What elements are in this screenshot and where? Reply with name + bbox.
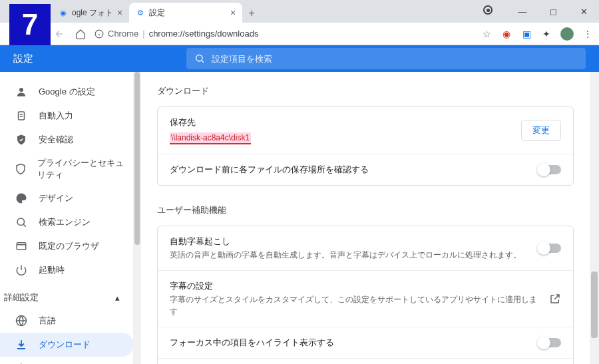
scrollbar-thumb[interactable]: [591, 272, 598, 338]
ask-before-toggle[interactable]: [538, 165, 561, 174]
sidebar-advanced-label: 詳細設定: [4, 291, 39, 303]
tab-close-icon[interactable]: ×: [230, 7, 236, 18]
settings-body: Google の設定 自動入力 安全確認 プライバシーとセキュリティ デザイン …: [0, 72, 599, 364]
live-caption-toggle[interactable]: [538, 244, 561, 253]
sidebar-scrollbar[interactable]: [133, 72, 141, 364]
sidebar-item-label: デザイン: [39, 192, 73, 204]
external-link-icon: [549, 293, 561, 305]
downloads-card: 保存先 \\landisk-ac8a4c\disk1 変更 ダウンロード前に各フ…: [157, 106, 574, 186]
sidebar-advanced-toggle[interactable]: 詳細設定 ▴: [0, 286, 133, 309]
sidebar-item-downloads[interactable]: ダウンロード: [0, 333, 133, 357]
svg-line-10: [23, 224, 25, 226]
clipboard-icon: [15, 109, 28, 122]
search-icon: [194, 53, 205, 64]
omnibox-path: chrome://settings/downloads: [149, 29, 259, 39]
focus-highlight-row: フォーカス中の項目をハイライト表示する: [158, 327, 573, 358]
focus-highlight-toggle[interactable]: [538, 338, 561, 347]
download-location-row: 保存先 \\landisk-ac8a4c\disk1 変更: [158, 107, 573, 154]
svg-point-5: [19, 88, 23, 92]
omnibox-separator: |: [142, 29, 144, 39]
accessibility-card: 自動字幕起こし 英語の音声と動画の字幕を自動生成します。音声と字幕はデバイス上で…: [157, 226, 574, 364]
section-title-downloads: ダウンロード: [157, 85, 574, 97]
svg-line-4: [202, 61, 204, 63]
sidebar-item-privacy[interactable]: プライバシーとセキュリティ: [0, 152, 133, 186]
caption-settings-row[interactable]: 字幕の設定 字幕のサイズとスタイルをカスタマイズして、この設定をサポートしている…: [158, 270, 573, 327]
change-location-button[interactable]: 変更: [521, 120, 561, 141]
sidebar-item-safetycheck[interactable]: 安全確認: [0, 128, 133, 152]
photos-favicon-icon: ◉: [59, 8, 68, 17]
omnibox[interactable]: Chrome | chrome://settings/downloads: [95, 29, 474, 39]
extension-red-icon[interactable]: ◉: [500, 28, 512, 40]
section-title-accessibility: ユーザー補助機能: [157, 204, 574, 216]
maximize-button[interactable]: ◻: [538, 0, 568, 23]
menu-icon[interactable]: ⋮: [582, 28, 594, 40]
row-desc: 英語の音声と動画の字幕を自動生成します。音声と字幕はデバイス上でローカルに処理さ…: [170, 249, 528, 261]
scrollbar-thumb[interactable]: [134, 72, 140, 245]
sidebar-item-onstartup[interactable]: 起動時: [0, 258, 133, 282]
globe-icon: [15, 314, 28, 327]
row-title: 字幕の設定: [170, 280, 538, 292]
new-tab-button[interactable]: +: [242, 4, 261, 23]
close-window-button[interactable]: ✕: [568, 0, 599, 23]
sidebar-item-languages[interactable]: 言語: [0, 309, 133, 333]
annotation-badge: 7: [9, 4, 51, 45]
ask-before-download-row: ダウンロード前に各ファイルの保存場所を確認する: [158, 154, 573, 185]
extension-blue-icon[interactable]: ▣: [520, 28, 532, 40]
sidebar-item-accessibility[interactable]: ユーザー補助機能: [0, 357, 133, 364]
settings-search[interactable]: [186, 48, 586, 69]
chevron-up-icon: ▴: [115, 293, 120, 303]
row-desc: 字幕のサイズとスタイルをカスタマイズして、この設定をサポートしているアプリやサイ…: [170, 293, 538, 317]
location-label: 保存先: [170, 116, 510, 128]
window-controls: — ◻ ✕: [507, 0, 599, 23]
sidebar-item-autofill[interactable]: 自動入力: [0, 104, 133, 128]
back-button[interactable]: [52, 27, 67, 41]
sidebar-item-label: 言語: [39, 315, 56, 327]
settings-header: 設定: [0, 45, 599, 72]
shield-icon: [15, 162, 27, 176]
record-indicator-icon: [483, 5, 493, 15]
location-path-value: \\landisk-ac8a4c\disk1: [170, 132, 251, 144]
tab-close-icon[interactable]: ×: [117, 7, 122, 18]
sidebar-item-label: ダウンロード: [39, 339, 91, 351]
omnibox-origin: Chrome: [108, 29, 138, 39]
browser-icon: [15, 240, 28, 253]
home-button[interactable]: [73, 27, 88, 41]
shield-check-icon: [15, 133, 28, 146]
caret-browsing-row: テキスト カーソルを使ってページ間を移動する カーソル ブラウジングをオンまたは…: [158, 358, 573, 364]
svg-point-3: [196, 55, 202, 61]
settings-sidebar: Google の設定 自動入力 安全確認 プライバシーとセキュリティ デザイン …: [0, 72, 133, 364]
person-icon: [15, 85, 28, 98]
row-title: 自動字幕起こし: [170, 236, 528, 248]
tab-photos[interactable]: ◉ ogle フォト ×: [52, 3, 129, 23]
settings-main: ダウンロード 保存先 \\landisk-ac8a4c\disk1 変更 ダウン…: [141, 72, 590, 364]
tab-label: ogle フォト: [72, 7, 113, 19]
svg-point-9: [17, 218, 25, 226]
toolbar: Chrome | chrome://settings/downloads ☆ ◉…: [0, 23, 599, 45]
info-icon: [95, 29, 104, 39]
main-scrollbar[interactable]: [590, 72, 599, 364]
sidebar-item-google[interactable]: Google の設定: [0, 80, 133, 104]
settings-search-input[interactable]: [212, 54, 578, 64]
search-icon: [15, 216, 28, 229]
power-icon: [15, 264, 28, 277]
toolbar-right: ☆ ◉ ▣ ✦ ⋮: [481, 27, 594, 41]
sidebar-item-label: Google の設定: [39, 86, 95, 98]
minimize-button[interactable]: —: [507, 0, 538, 23]
sidebar-item-appearance[interactable]: デザイン: [0, 186, 133, 210]
row-title: フォーカス中の項目をハイライト表示する: [170, 337, 528, 349]
live-caption-row: 自動字幕起こし 英語の音声と動画の字幕を自動生成します。音声と字幕はデバイス上で…: [158, 226, 573, 270]
sidebar-item-label: 自動入力: [39, 110, 73, 122]
palette-icon: [15, 192, 28, 205]
profile-avatar[interactable]: [560, 27, 574, 41]
sidebar-item-label: 安全確認: [39, 134, 73, 146]
ask-before-label: ダウンロード前に各ファイルの保存場所を確認する: [170, 164, 528, 176]
star-icon[interactable]: ☆: [481, 28, 493, 40]
sidebar-item-label: 起動時: [39, 264, 65, 276]
extensions-puzzle-icon[interactable]: ✦: [540, 28, 552, 40]
tab-settings[interactable]: ⚙ 設定 ×: [129, 3, 242, 23]
sidebar-item-searchengine[interactable]: 検索エンジン: [0, 210, 133, 234]
sidebar-item-label: プライバシーとセキュリティ: [37, 157, 128, 181]
settings-header-title: 設定: [13, 53, 33, 65]
sidebar-item-label: 既定のブラウザ: [39, 240, 99, 252]
sidebar-item-defaultbrowser[interactable]: 既定のブラウザ: [0, 234, 133, 258]
